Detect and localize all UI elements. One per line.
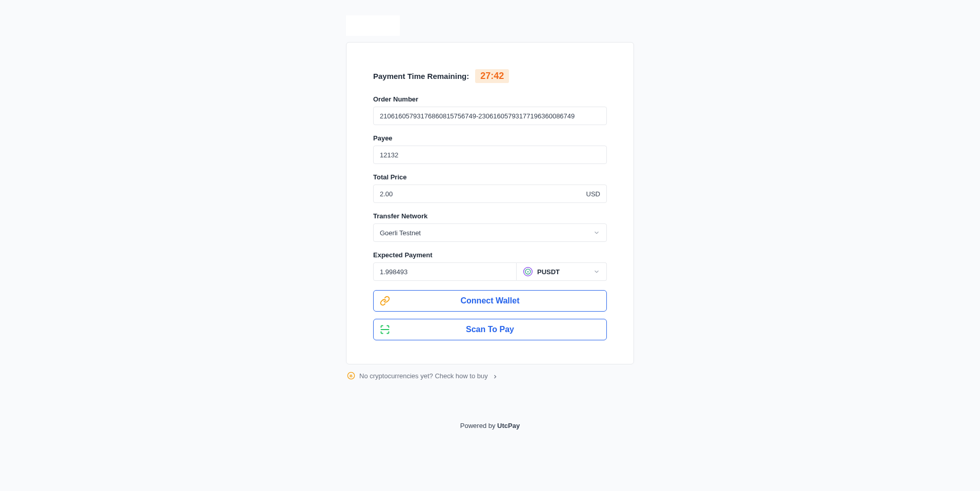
payee-box: 12132 bbox=[373, 146, 607, 164]
transfer-network-value: Goerli Testnet bbox=[380, 229, 421, 237]
total-price-label: Total Price bbox=[373, 173, 607, 181]
timer-value: 27:42 bbox=[475, 69, 509, 83]
expected-payment-label: Expected Payment bbox=[373, 251, 607, 259]
total-price-suffix: USD bbox=[586, 190, 600, 198]
logo-placeholder bbox=[346, 15, 400, 36]
payee-field: Payee 12132 bbox=[373, 134, 607, 164]
svg-text:B: B bbox=[350, 374, 353, 378]
payment-card: Payment Time Remaining: 27:42 Order Numb… bbox=[346, 42, 634, 364]
timer-label: Payment Time Remaining: bbox=[373, 72, 469, 80]
connect-wallet-button[interactable]: Connect Wallet bbox=[373, 290, 607, 312]
powered-by-text: Powered by bbox=[460, 422, 497, 429]
powered-by: Powered by UtcPay bbox=[0, 422, 980, 429]
bitcoin-icon: B bbox=[347, 372, 355, 380]
expected-payment-field: Expected Payment 1.998493 T bbox=[373, 251, 607, 281]
total-price-value: 2.00 bbox=[380, 190, 393, 198]
chevron-down-icon bbox=[593, 268, 600, 275]
how-to-buy-link[interactable]: B No cryptocurrencies yet? Check how to … bbox=[346, 372, 634, 380]
logo-area bbox=[346, 15, 634, 41]
scan-to-pay-label: Scan To Pay bbox=[466, 325, 514, 334]
payee-label: Payee bbox=[373, 134, 607, 142]
chevron-down-icon bbox=[593, 229, 600, 236]
order-number-label: Order Number bbox=[373, 95, 607, 103]
how-to-buy-text: No cryptocurrencies yet? Check how to bu… bbox=[359, 372, 488, 380]
chevron-right-icon bbox=[492, 373, 498, 379]
pusdt-icon: T bbox=[523, 267, 533, 277]
powered-by-brand: UtcPay bbox=[497, 422, 520, 429]
transfer-network-label: Transfer Network bbox=[373, 212, 607, 220]
transfer-network-field: Transfer Network Goerli Testnet bbox=[373, 212, 607, 242]
svg-text:T: T bbox=[527, 271, 529, 274]
connect-wallet-label: Connect Wallet bbox=[461, 296, 520, 305]
total-price-box: 2.00 USD bbox=[373, 185, 607, 203]
order-number-value: 21061605793176860815756749-2306160579317… bbox=[380, 112, 575, 120]
order-number-box: 21061605793176860815756749-2306160579317… bbox=[373, 107, 607, 125]
timer-row: Payment Time Remaining: 27:42 bbox=[373, 69, 607, 83]
order-number-field: Order Number 21061605793176860815756749-… bbox=[373, 95, 607, 125]
total-price-field: Total Price 2.00 USD bbox=[373, 173, 607, 203]
scan-to-pay-button[interactable]: Scan To Pay bbox=[373, 319, 607, 340]
currency-select[interactable]: T PUSDT bbox=[517, 262, 607, 281]
currency-label: PUSDT bbox=[537, 268, 560, 276]
transfer-network-select[interactable]: Goerli Testnet bbox=[373, 223, 607, 242]
payee-value: 12132 bbox=[380, 151, 398, 159]
scan-icon bbox=[380, 324, 390, 335]
expected-payment-box: 1.998493 bbox=[373, 262, 517, 281]
expected-payment-value: 1.998493 bbox=[380, 268, 407, 276]
link-icon bbox=[380, 296, 390, 306]
